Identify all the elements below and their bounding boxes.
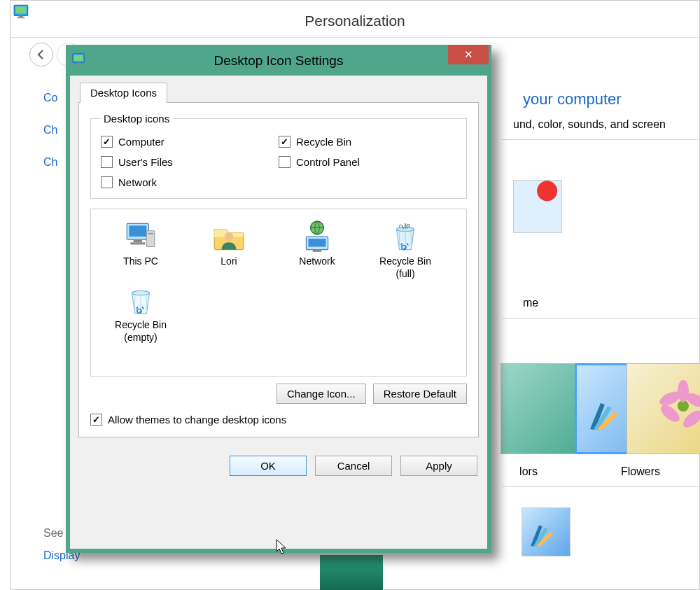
user-folder-icon [209, 219, 248, 254]
preview-label: Network [299, 255, 335, 268]
checkbox-icon [101, 176, 113, 188]
divider [502, 486, 699, 487]
svg-point-26 [400, 225, 402, 227]
checkbox-label: Allow themes to change desktop icons [108, 414, 286, 426]
cancel-button[interactable]: Cancel [315, 456, 392, 476]
checkbox-label: Control Panel [296, 156, 360, 168]
dialog-title: Desktop Icon Settings [69, 53, 489, 69]
side-link-c[interactable]: Ch [43, 156, 57, 169]
divider [502, 139, 699, 140]
divider [502, 318, 699, 319]
checkbox-computer[interactable]: Computer [101, 136, 279, 148]
preview-this-pc[interactable]: This PC [97, 216, 185, 280]
checkbox-icon [101, 136, 113, 148]
desktop-icons-group: Desktop icons Computer User's Files [90, 113, 467, 199]
icon-preview-area: This PC Lori [90, 209, 467, 377]
preview-recycle-full[interactable]: Recycle Bin (full) [361, 216, 449, 280]
change-icon-button[interactable]: Change Icon... [276, 384, 366, 404]
preview-label: Lori [220, 255, 237, 268]
checkbox-network[interactable]: Network [101, 176, 279, 188]
svg-rect-17 [130, 242, 145, 244]
preview-label: Recycle Bin (full) [379, 255, 431, 280]
side-link-b[interactable]: Ch [43, 124, 57, 136]
tab-panel: Desktop icons Computer User's Files [78, 102, 479, 437]
svg-rect-24 [313, 250, 322, 252]
checkbox-icon [101, 156, 113, 168]
preview-label: Recycle Bin (empty) [115, 319, 167, 344]
apply-button[interactable]: Apply [400, 456, 477, 476]
svg-rect-3 [18, 17, 25, 19]
preview-label: This PC [123, 255, 158, 268]
checkbox-icon [279, 156, 290, 168]
svg-rect-1 [15, 6, 26, 13]
svg-rect-23 [309, 239, 326, 246]
divider [10, 37, 699, 38]
swatch-fan-icon [528, 521, 556, 549]
svg-rect-16 [134, 239, 143, 242]
group-legend: Desktop icons [101, 113, 172, 125]
checkbox-recycle-bin[interactable]: Recycle Bin [279, 136, 456, 148]
preview-user[interactable]: Lori [185, 216, 273, 280]
desktop-icon-settings-dialog: Desktop Icon Settings ✕ Desktop Icons De… [66, 45, 491, 553]
close-icon: ✕ [464, 48, 473, 61]
network-icon [298, 219, 337, 254]
label-me: me [523, 297, 538, 309]
nav-back-button[interactable] [29, 43, 53, 66]
dialog-titlebar[interactable]: Desktop Icon Settings ✕ [69, 48, 489, 76]
flower-icon [655, 378, 700, 434]
side-link-a[interactable]: Co [43, 92, 57, 104]
svg-point-28 [132, 290, 150, 295]
checkbox-label: Network [118, 176, 157, 188]
close-button[interactable]: ✕ [448, 45, 489, 64]
arrow-left-icon [36, 49, 47, 60]
theme-small-thumb[interactable] [522, 507, 570, 556]
svg-rect-2 [19, 15, 24, 17]
theme-thumb[interactable] [513, 180, 562, 233]
dialog-body: Desktop Icons Desktop icons Computer Use… [70, 76, 487, 447]
ok-button[interactable]: OK [230, 456, 307, 476]
svg-point-20 [225, 232, 234, 241]
checkbox-label: Recycle Bin [296, 136, 351, 148]
taskbar-fragment [320, 555, 383, 590]
recycle-bin-empty-icon [121, 283, 160, 318]
checkbox-label: Computer [118, 136, 164, 148]
svg-rect-19 [148, 233, 153, 234]
computer-icon [121, 219, 160, 254]
svg-rect-15 [129, 225, 146, 237]
checkbox-users-files[interactable]: User's Files [101, 156, 279, 168]
checkbox-label: User's Files [118, 156, 173, 168]
checkbox-icon [279, 136, 290, 148]
dialog-footer: OK Cancel Apply [70, 447, 487, 476]
tab-desktop-icons[interactable]: Desktop Icons [80, 83, 167, 103]
swatch-fan-icon [587, 398, 622, 433]
theme-label-flowers: Flowers [598, 465, 682, 478]
recycle-bin-full-icon [386, 219, 425, 254]
checkbox-control-panel[interactable]: Control Panel [279, 156, 456, 168]
page-subtext: und, color, sounds, and screen [513, 118, 666, 131]
personalization-app-icon [13, 3, 31, 21]
svg-point-27 [407, 224, 410, 227]
restore-default-button[interactable]: Restore Default [373, 384, 467, 404]
theme-label-lors: lors [500, 465, 556, 478]
see-also-label: See [43, 527, 63, 540]
window-title: Personalization [304, 13, 405, 29]
checkbox-allow-themes[interactable]: Allow themes to change desktop icons [90, 414, 467, 426]
theme-thumb-flowers[interactable] [626, 363, 700, 454]
page-headline: your computer [523, 90, 622, 108]
preview-recycle-empty[interactable]: Recycle Bin (empty) [97, 280, 185, 344]
checkbox-icon [90, 414, 102, 426]
preview-network[interactable]: Network [273, 216, 361, 280]
